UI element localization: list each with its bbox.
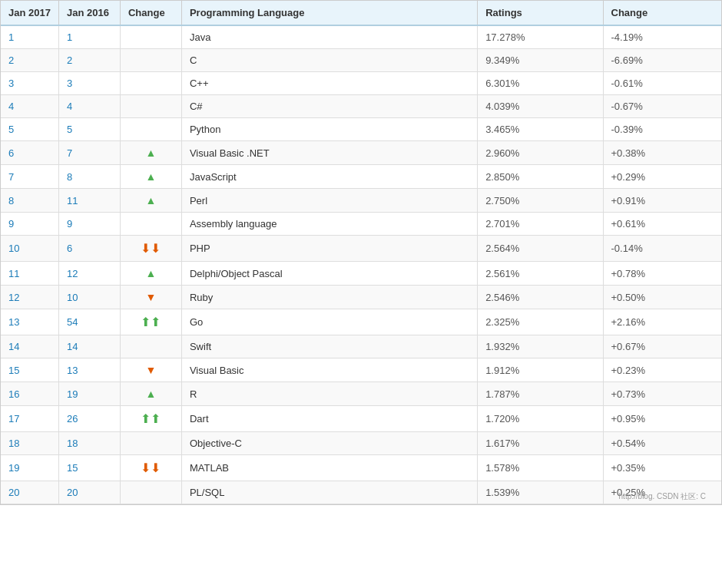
cell-change-icon: ▼ xyxy=(120,358,181,382)
cell-jan2017: 11 xyxy=(1,262,58,286)
cell-ratings: 1.912% xyxy=(478,358,603,382)
cell-change-value: -6.69% xyxy=(603,49,721,72)
cell-language: Python xyxy=(181,118,477,141)
table-row: 2020PL/SQL1.539%+0.25%http://blog. CSDN … xyxy=(1,481,721,504)
cell-change-value: -0.39% xyxy=(603,118,721,141)
cell-jan2016: 8 xyxy=(58,165,120,189)
cell-language: Assembly language xyxy=(181,213,477,236)
cell-change-value: +0.61% xyxy=(603,213,721,236)
cell-change-icon xyxy=(120,213,181,236)
header-language: Programming Language xyxy=(181,1,477,25)
cell-change-icon: ▲ xyxy=(120,141,181,165)
cell-change-icon xyxy=(120,72,181,95)
cell-change-icon: ⬆⬆ xyxy=(120,309,181,335)
cell-ratings: 2.325% xyxy=(478,309,603,335)
cell-jan2016: 12 xyxy=(58,262,120,286)
cell-ratings: 2.564% xyxy=(478,236,603,262)
table-row: 78▲JavaScript2.850%+0.29% xyxy=(1,165,721,189)
cell-jan2017: 20 xyxy=(1,481,58,504)
cell-jan2016: 11 xyxy=(58,189,120,213)
cell-jan2017: 2 xyxy=(1,49,58,72)
cell-language: Objective-C xyxy=(181,432,477,455)
cell-ratings: 4.039% xyxy=(478,95,603,118)
cell-language: C xyxy=(181,49,477,72)
arrow-up-icon: ▲ xyxy=(146,267,157,279)
cell-jan2016: 13 xyxy=(58,358,120,382)
cell-change-value: +0.54% xyxy=(603,432,721,455)
cell-change-icon: ▲ xyxy=(120,189,181,213)
cell-change-value: +0.78% xyxy=(603,262,721,286)
header-jan2016: Jan 2016 xyxy=(58,1,120,25)
arrow-down-icon: ▼ xyxy=(146,364,157,376)
cell-change-icon xyxy=(120,432,181,455)
cell-change-icon: ▲ xyxy=(120,262,181,286)
cell-jan2017: 5 xyxy=(1,118,58,141)
table-row: 1112▲Delphi/Object Pascal2.561%+0.78% xyxy=(1,262,721,286)
cell-change-value: +0.91% xyxy=(603,189,721,213)
cell-change-value: +0.29% xyxy=(603,165,721,189)
cell-language: Delphi/Object Pascal xyxy=(181,262,477,286)
header-change2: Change xyxy=(603,1,721,25)
cell-change-value: +0.73% xyxy=(603,382,721,406)
cell-change-icon xyxy=(120,95,181,118)
cell-change-value: +2.16% xyxy=(603,309,721,335)
cell-jan2017: 9 xyxy=(1,213,58,236)
rankings-table: Jan 2017 Jan 2016 Change Programming Lan… xyxy=(1,1,721,504)
cell-change-value: -0.61% xyxy=(603,72,721,95)
cell-ratings: 1.720% xyxy=(478,406,603,432)
table-row: 11Java17.278%-4.19% xyxy=(1,25,721,49)
cell-change-value: +0.50% xyxy=(603,286,721,309)
cell-language: Swift xyxy=(181,335,477,358)
header-change: Change xyxy=(120,1,181,25)
cell-language: PHP xyxy=(181,236,477,262)
cell-jan2016: 19 xyxy=(58,382,120,406)
cell-ratings: 3.465% xyxy=(478,118,603,141)
cell-ratings: 9.349% xyxy=(478,49,603,72)
cell-change-value: +0.35% xyxy=(603,455,721,481)
cell-language: JavaScript xyxy=(181,165,477,189)
arrow-up-icon: ▲ xyxy=(146,147,157,159)
cell-change-icon: ▲ xyxy=(120,165,181,189)
table-row: 99Assembly language2.701%+0.61% xyxy=(1,213,721,236)
header-ratings: Ratings xyxy=(478,1,603,25)
cell-language: Dart xyxy=(181,406,477,432)
cell-change-value: +0.67% xyxy=(603,335,721,358)
cell-change-value: -4.19% xyxy=(603,25,721,49)
cell-ratings: 1.787% xyxy=(478,382,603,406)
cell-language: Go xyxy=(181,309,477,335)
cell-change-icon xyxy=(120,335,181,358)
arrow-down2-icon: ⬇⬇ xyxy=(141,461,161,474)
cell-language: R xyxy=(181,382,477,406)
cell-jan2017: 10 xyxy=(1,236,58,262)
cell-ratings: 6.301% xyxy=(478,72,603,95)
table-header-row: Jan 2017 Jan 2016 Change Programming Lan… xyxy=(1,1,721,25)
cell-jan2016: 2 xyxy=(58,49,120,72)
cell-language: Java xyxy=(181,25,477,49)
cell-language: C# xyxy=(181,95,477,118)
header-jan2017: Jan 2017 xyxy=(1,1,58,25)
cell-language: Perl xyxy=(181,189,477,213)
cell-ratings: 1.932% xyxy=(478,335,603,358)
cell-change-icon: ⬆⬆ xyxy=(120,406,181,432)
cell-jan2017: 13 xyxy=(1,309,58,335)
cell-jan2016: 3 xyxy=(58,72,120,95)
main-table-container: Jan 2017 Jan 2016 Change Programming Lan… xyxy=(0,0,722,505)
cell-change-icon xyxy=(120,49,181,72)
cell-jan2017: 15 xyxy=(1,358,58,382)
table-row: 106⬇⬇PHP2.564%-0.14% xyxy=(1,236,721,262)
cell-jan2017: 12 xyxy=(1,286,58,309)
table-row: 22C9.349%-6.69% xyxy=(1,49,721,72)
cell-change-icon: ▼ xyxy=(120,286,181,309)
cell-change-icon xyxy=(120,118,181,141)
table-row: 1915⬇⬇MATLAB1.578%+0.35% xyxy=(1,455,721,481)
cell-ratings: 2.561% xyxy=(478,262,603,286)
cell-jan2017: 4 xyxy=(1,95,58,118)
cell-jan2016: 18 xyxy=(58,432,120,455)
table-row: 1414Swift1.932%+0.67% xyxy=(1,335,721,358)
cell-jan2017: 1 xyxy=(1,25,58,49)
cell-change-icon xyxy=(120,25,181,49)
change-value: +0.25% xyxy=(611,487,645,498)
cell-ratings: 2.850% xyxy=(478,165,603,189)
cell-ratings: 1.617% xyxy=(478,432,603,455)
cell-jan2016: 15 xyxy=(58,455,120,481)
